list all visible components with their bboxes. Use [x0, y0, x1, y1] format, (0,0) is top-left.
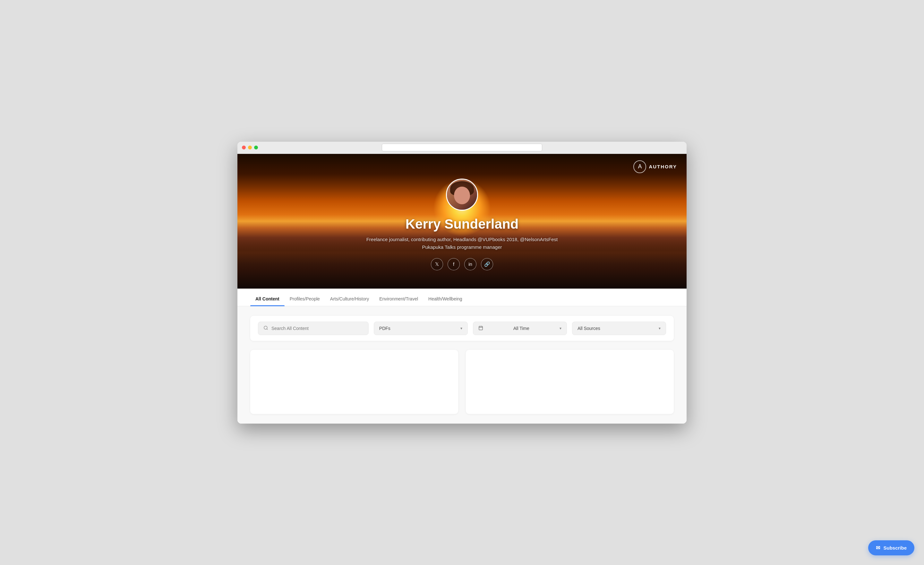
pdfs-filter-caret: ▾: [460, 326, 462, 331]
twitter-icon-button[interactable]: 𝕏: [431, 258, 443, 270]
linkedin-icon: in: [468, 261, 472, 267]
svg-rect-1: [479, 326, 483, 330]
authory-logo-circle: A: [633, 160, 646, 173]
pdfs-filter-label: PDFs: [379, 326, 390, 331]
profile-bio: Freelance journalist, contributing autho…: [366, 236, 558, 251]
authory-logo-letter: A: [638, 163, 642, 170]
close-dot[interactable]: [242, 145, 246, 150]
minimize-dot[interactable]: [248, 145, 252, 150]
nav-tabs-bar: All Content Profiles/People Arts/Culture…: [237, 289, 687, 306]
profile-bio-line2: Pukapuka Talks programme manager: [366, 243, 558, 251]
maximize-dot[interactable]: [254, 145, 258, 150]
link-icon-button[interactable]: 🔗: [481, 258, 493, 270]
hero-banner: A AUTHORY Kerry Sunderland Freelance jou…: [237, 154, 687, 289]
search-icon: [263, 325, 268, 331]
pdfs-filter-dropdown[interactable]: PDFs ▾: [374, 322, 468, 335]
facebook-icon: f: [453, 261, 454, 267]
profile-bio-line1: Freelance journalist, contributing autho…: [366, 236, 558, 243]
browser-window: A AUTHORY Kerry Sunderland Freelance jou…: [237, 142, 687, 424]
search-input[interactable]: [272, 326, 363, 331]
avatar: [446, 178, 478, 211]
subscribe-label: Subscribe: [883, 545, 907, 551]
search-box[interactable]: [258, 322, 369, 335]
browser-chrome: [237, 142, 687, 154]
tab-all-content[interactable]: All Content: [250, 296, 285, 306]
time-filter-dropdown[interactable]: All Time ▾: [473, 322, 567, 335]
linkedin-icon-button[interactable]: in: [464, 258, 476, 270]
twitter-icon: 𝕏: [435, 261, 439, 267]
content-card-1[interactable]: [250, 350, 458, 414]
facebook-icon-button[interactable]: f: [448, 258, 460, 270]
subscribe-button[interactable]: ✉ Subscribe: [868, 540, 914, 555]
sources-filter-label: All Sources: [578, 326, 600, 331]
content-card-2[interactable]: [466, 350, 674, 414]
sources-filter-dropdown[interactable]: All Sources ▾: [572, 322, 666, 335]
content-grid: [250, 350, 674, 414]
calendar-icon: [478, 325, 483, 331]
envelope-icon: ✉: [876, 545, 880, 551]
tab-profiles-people[interactable]: Profiles/People: [285, 296, 325, 306]
browser-dots: [242, 145, 258, 150]
filters-row: PDFs ▾ All Time ▾ All Sources: [250, 316, 674, 341]
avatar-image: [447, 180, 477, 210]
tab-environment-travel[interactable]: Environment/Travel: [374, 296, 423, 306]
url-bar[interactable]: [382, 144, 542, 151]
main-content: PDFs ▾ All Time ▾ All Sources: [237, 306, 687, 424]
social-icons-row: 𝕏 f in 🔗: [431, 258, 493, 270]
time-filter-label: All Time: [513, 326, 530, 331]
time-filter-caret: ▾: [560, 326, 561, 331]
authory-brand-name: AUTHORY: [649, 164, 677, 169]
link-icon: 🔗: [484, 261, 490, 267]
profile-name: Kerry Sunderland: [405, 216, 519, 232]
hero-content: Kerry Sunderland Freelance journalist, c…: [237, 154, 687, 289]
tab-arts-culture-history[interactable]: Arts/Culture/History: [325, 296, 374, 306]
svg-point-0: [264, 326, 267, 329]
tab-health-wellbeing[interactable]: Health/Wellbeing: [423, 296, 468, 306]
authory-logo: A AUTHORY: [633, 160, 677, 173]
sources-filter-caret: ▾: [658, 326, 661, 331]
